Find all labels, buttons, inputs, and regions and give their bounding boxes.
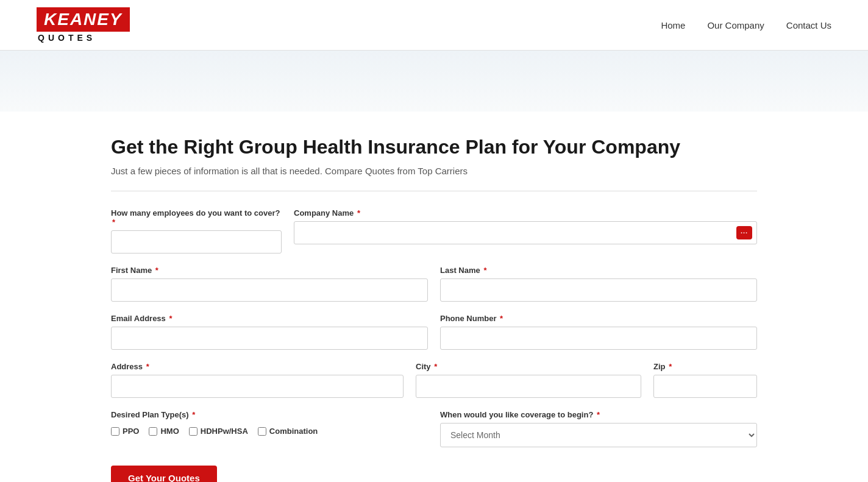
coverage-start-label: When would you like coverage to begin? *	[440, 410, 757, 419]
form-row-2: First Name * Last Name *	[111, 266, 757, 302]
plan-type-label: Desired Plan Type(s) *	[111, 410, 428, 419]
city-input[interactable]	[416, 375, 641, 398]
nav-our-company[interactable]: Our Company	[707, 20, 764, 30]
employees-required: *	[112, 218, 115, 227]
phone-input[interactable]	[440, 327, 757, 350]
checkbox-hmo-input[interactable]	[149, 427, 157, 436]
form-row-submit: Get Your Quotes	[111, 459, 757, 482]
employees-input[interactable]	[111, 230, 282, 253]
first-name-group: First Name *	[111, 266, 428, 302]
zip-required: *	[669, 362, 672, 371]
email-group: Email Address *	[111, 314, 428, 350]
email-label: Email Address *	[111, 314, 428, 323]
last-name-input[interactable]	[440, 278, 757, 302]
company-name-label: Company Name *	[294, 208, 757, 218]
city-required: *	[434, 362, 437, 371]
phone-group: Phone Number *	[440, 314, 757, 350]
company-name-group: Company Name * ···	[294, 208, 757, 244]
last-name-label: Last Name *	[440, 266, 757, 275]
quote-form: How many employees do you want to cover?…	[111, 208, 757, 482]
logo-keaney: KEANEY	[37, 7, 130, 32]
site-header: KEANEY QUOTES Home Our Company Contact U…	[0, 0, 868, 51]
checkbox-hmo: HMO	[149, 427, 179, 436]
employees-group: How many employees do you want to cover?…	[111, 208, 282, 253]
address-label: Address *	[111, 362, 404, 371]
company-name-icon: ···	[736, 226, 752, 239]
employees-label: How many employees do you want to cover?…	[111, 208, 282, 227]
zip-group: Zip *	[653, 362, 757, 398]
email-required: *	[169, 314, 172, 323]
coverage-start-required: *	[597, 410, 600, 419]
form-row-3: Email Address * Phone Number *	[111, 314, 757, 350]
main-nav: Home Our Company Contact Us	[661, 20, 831, 30]
zip-label: Zip *	[653, 362, 757, 371]
page-subtitle: Just a few pieces of information is all …	[111, 166, 757, 176]
phone-label: Phone Number *	[440, 314, 757, 323]
zip-input[interactable]	[653, 375, 757, 398]
checkbox-ppo-input[interactable]	[111, 427, 119, 436]
first-name-label: First Name *	[111, 266, 428, 275]
last-name-required: *	[483, 266, 486, 275]
nav-home[interactable]: Home	[661, 20, 685, 30]
plan-type-group: Desired Plan Type(s) * PPO HMO HDHPw/HSA	[111, 410, 428, 439]
checkbox-combination: Combination	[258, 427, 318, 436]
checkbox-hdhp: HDHPw/HSA	[189, 427, 248, 436]
coverage-start-select[interactable]: Select Month January February March Apri…	[440, 423, 757, 447]
company-name-required: *	[357, 208, 360, 218]
page-title: Get the Right Group Health Insurance Pla…	[111, 136, 757, 158]
checkbox-hdhp-input[interactable]	[189, 427, 197, 436]
coverage-start-group: When would you like coverage to begin? *…	[440, 410, 757, 447]
logo-quotes: QUOTES	[37, 33, 96, 43]
form-row-4: Address * City * Zip *	[111, 362, 757, 398]
company-name-input-wrapper: ···	[294, 221, 757, 244]
plan-type-required: *	[192, 410, 195, 419]
nav-contact-us[interactable]: Contact Us	[786, 20, 831, 30]
company-name-input[interactable]	[294, 221, 757, 244]
checkbox-combination-input[interactable]	[258, 427, 266, 436]
city-label: City *	[416, 362, 641, 371]
address-required: *	[146, 362, 149, 371]
first-name-input[interactable]	[111, 278, 428, 302]
plan-type-checkboxes: PPO HMO HDHPw/HSA Combination	[111, 427, 428, 439]
city-group: City *	[416, 362, 641, 398]
address-input[interactable]	[111, 375, 404, 398]
phone-required: *	[500, 314, 503, 323]
hero-section	[0, 51, 868, 112]
submit-button[interactable]: Get Your Quotes	[111, 466, 217, 482]
divider	[111, 191, 757, 191]
checkbox-ppo: PPO	[111, 427, 139, 436]
form-row-5: Desired Plan Type(s) * PPO HMO HDHPw/HSA	[111, 410, 757, 447]
address-group: Address *	[111, 362, 404, 398]
last-name-group: Last Name *	[440, 266, 757, 302]
email-input[interactable]	[111, 327, 428, 350]
form-row-1: How many employees do you want to cover?…	[111, 208, 757, 253]
logo[interactable]: KEANEY QUOTES	[37, 7, 130, 43]
main-content: Get the Right Group Health Insurance Pla…	[74, 112, 794, 482]
first-name-required: *	[155, 266, 158, 275]
